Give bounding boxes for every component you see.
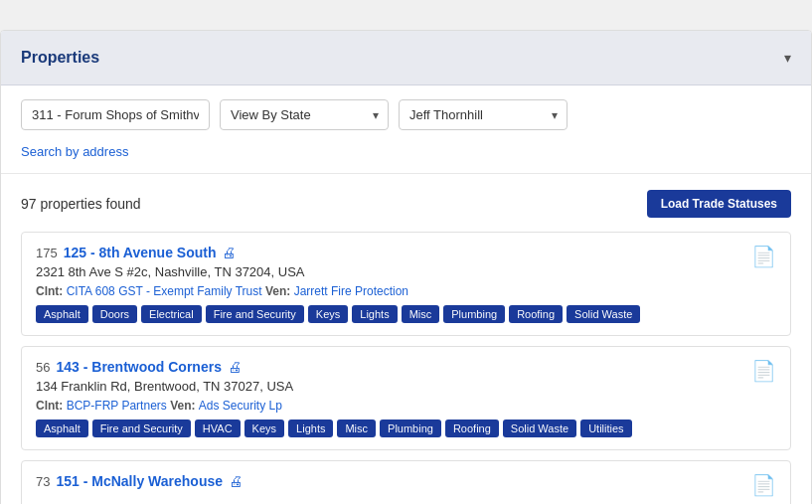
- view-by-state-select[interactable]: View By State Alabama Tennessee Georgia: [220, 99, 389, 130]
- search-by-address-link[interactable]: Search by address: [21, 140, 791, 163]
- property-number: 175: [36, 246, 58, 260]
- clnt-value-link[interactable]: CITA 608 GST - Exempt Family Trust: [67, 284, 262, 298]
- property-card: 56 143 - Brentwood Corners 🖨 134 Frankli…: [21, 346, 791, 450]
- property-meta: Clnt: CITA 608 GST - Exempt Family Trust…: [36, 284, 640, 298]
- property-name-link[interactable]: 151 - McNally Warehouse: [56, 473, 223, 489]
- tag-electrical: Electrical: [141, 305, 202, 323]
- header-title: Properties: [21, 49, 99, 67]
- property-top: 175 125 - 8th Avenue South 🖨 2321 8th Av…: [36, 245, 776, 323]
- property-name-row: 73 151 - McNally Warehouse 🖨: [36, 473, 243, 489]
- property-address: 134 Franklin Rd, Brentwood, TN 37027, US…: [36, 379, 632, 394]
- clnt-label: Clnt:: [36, 284, 67, 298]
- doc-icon[interactable]: 📄: [751, 245, 776, 268]
- tag-solid-waste: Solid Waste: [503, 420, 576, 437]
- properties-content: 97 properties found Load Trade Statuses …: [1, 174, 811, 504]
- print-icon[interactable]: 🖨: [228, 359, 242, 375]
- tags-list: Asphalt Fire and Security HVAC Keys Ligh…: [36, 420, 632, 437]
- tag-fire-security: Fire and Security: [92, 420, 191, 437]
- tag-lights: Lights: [352, 305, 397, 323]
- ven-label: Ven:: [265, 284, 294, 298]
- load-trade-statuses-button[interactable]: Load Trade Statuses: [647, 190, 791, 218]
- tag-solid-waste: Solid Waste: [567, 305, 640, 323]
- property-meta: Clnt: BCP-FRP Partners Ven: Ads Security…: [36, 399, 632, 413]
- property-name-link[interactable]: 143 - Brentwood Corners: [56, 359, 221, 375]
- property-filter-input[interactable]: [21, 99, 210, 130]
- doc-icon[interactable]: 📄: [751, 473, 776, 497]
- property-top: 73 151 - McNally Warehouse 🖨 📄: [36, 473, 776, 497]
- ven-label: Ven:: [170, 399, 199, 413]
- property-name-link[interactable]: 125 - 8th Avenue South: [64, 245, 217, 260]
- tag-asphalt: Asphalt: [36, 305, 88, 323]
- filters-bar: View By State Alabama Tennessee Georgia …: [1, 85, 811, 174]
- property-name-row: 175 125 - 8th Avenue South 🖨: [36, 245, 640, 260]
- property-name-row: 56 143 - Brentwood Corners 🖨: [36, 359, 632, 375]
- properties-header: Properties ▾: [1, 31, 811, 85]
- property-info: 73 151 - McNally Warehouse 🖨: [36, 473, 243, 493]
- property-card: 73 151 - McNally Warehouse 🖨 📄: [21, 460, 791, 504]
- assignee-select[interactable]: Jeff Thornhill All: [399, 99, 568, 130]
- tag-roofing: Roofing: [445, 420, 499, 437]
- print-icon[interactable]: 🖨: [222, 245, 236, 260]
- tag-plumbing: Plumbing: [443, 305, 505, 323]
- results-bar: 97 properties found Load Trade Statuses: [21, 190, 791, 218]
- ven-value-link[interactable]: Jarrett Fire Protection: [294, 284, 408, 298]
- clnt-value-link[interactable]: BCP-FRP Partners: [67, 399, 167, 413]
- property-card: 175 125 - 8th Avenue South 🖨 2321 8th Av…: [21, 232, 791, 336]
- tag-plumbing: Plumbing: [380, 420, 441, 437]
- tag-roofing: Roofing: [509, 305, 563, 323]
- assignee-wrapper: Jeff Thornhill All: [399, 99, 568, 130]
- view-by-state-wrapper: View By State Alabama Tennessee Georgia: [220, 99, 389, 130]
- property-info: 56 143 - Brentwood Corners 🖨 134 Frankli…: [36, 359, 632, 437]
- print-icon[interactable]: 🖨: [229, 473, 243, 489]
- chevron-down-icon[interactable]: ▾: [784, 50, 791, 66]
- property-number: 73: [36, 474, 50, 489]
- property-address: 2321 8th Ave S #2c, Nashville, TN 37204,…: [36, 264, 640, 279]
- property-top: 56 143 - Brentwood Corners 🖨 134 Frankli…: [36, 359, 776, 437]
- property-info: 175 125 - 8th Avenue South 🖨 2321 8th Av…: [36, 245, 640, 323]
- tag-misc: Misc: [337, 420, 376, 437]
- tags-list: Asphalt Doors Electrical Fire and Securi…: [36, 305, 640, 323]
- tag-doors: Doors: [92, 305, 137, 323]
- tag-asphalt: Asphalt: [36, 420, 88, 437]
- tag-keys: Keys: [308, 305, 348, 323]
- ven-value-link[interactable]: Ads Security Lp: [199, 399, 282, 413]
- tag-hvac: HVAC: [195, 420, 241, 437]
- tag-keys: Keys: [244, 420, 284, 437]
- tag-lights: Lights: [288, 420, 333, 437]
- tag-utilities: Utilities: [580, 420, 631, 437]
- doc-icon[interactable]: 📄: [751, 359, 776, 383]
- tag-misc: Misc: [402, 305, 440, 323]
- tag-fire-security: Fire and Security: [206, 305, 304, 323]
- results-count: 97 properties found: [21, 196, 141, 212]
- property-number: 56: [36, 360, 50, 375]
- clnt-label: Clnt:: [36, 399, 67, 413]
